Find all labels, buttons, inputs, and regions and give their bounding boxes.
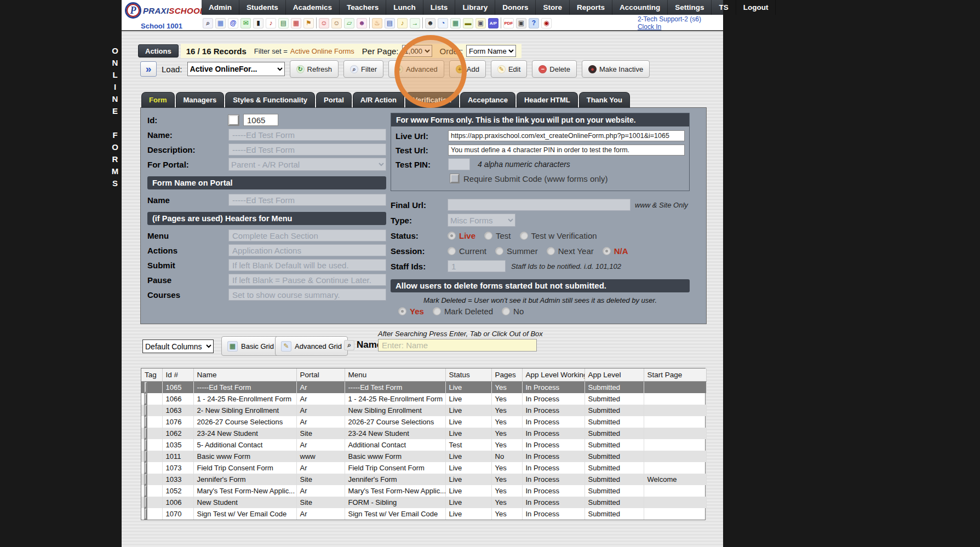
columns-select[interactable]: Default Columns xyxy=(142,339,214,353)
toolbar-divider[interactable] xyxy=(369,18,370,28)
add-icon[interactable]: + Add xyxy=(449,60,486,78)
nav-item[interactable]: Lunch xyxy=(386,0,423,15)
advanced-magnifier-icon[interactable]: ⌕ Advanced xyxy=(388,60,444,78)
submit-input[interactable] xyxy=(228,259,386,271)
column-header[interactable]: App Level xyxy=(584,368,644,382)
name-input[interactable] xyxy=(228,129,386,141)
column-header[interactable]: Start Page xyxy=(644,368,706,382)
test-pin-input[interactable] xyxy=(448,158,470,170)
pdf-icon[interactable]: PDF xyxy=(503,18,514,28)
id-checkbox[interactable] xyxy=(228,115,239,125)
toolbar-divider[interactable] xyxy=(316,18,317,28)
column-header[interactable]: Name xyxy=(193,368,296,382)
radio-button[interactable] xyxy=(547,247,555,255)
calendar-date-icon[interactable]: ▦ xyxy=(291,18,301,28)
notebook-icon[interactable]: ▤ xyxy=(385,18,395,28)
nav-item[interactable]: Academics xyxy=(286,0,340,15)
id-input[interactable] xyxy=(243,114,278,126)
type-select[interactable]: Misc Forms xyxy=(448,214,515,227)
table-row[interactable]: 1063 2- New Sibling Enrollment Ar New Si… xyxy=(141,405,706,416)
order-select[interactable]: Form Name xyxy=(466,45,516,57)
for-portal-select[interactable]: Parent - A/R Portal xyxy=(228,158,386,171)
calendar-grid-icon[interactable]: ▦ xyxy=(215,18,226,28)
row-checkbox[interactable] xyxy=(145,394,147,404)
table-row[interactable]: 1052 Mary's Test Form-New Applic... Ar M… xyxy=(141,485,706,497)
export-icon[interactable]: → xyxy=(410,18,420,28)
column-header[interactable]: Status xyxy=(445,368,491,382)
lunch-icon[interactable]: ♨ xyxy=(372,18,382,28)
column-header[interactable]: App Level Working xyxy=(522,368,584,382)
schedule-icon[interactable]: ▤ xyxy=(278,18,289,28)
radio-button[interactable] xyxy=(448,232,456,240)
horn-icon[interactable]: ♪ xyxy=(397,18,408,28)
tab[interactable]: Portal xyxy=(316,92,352,108)
tab[interactable]: Managers xyxy=(176,92,225,108)
delete-icon[interactable]: − Delete xyxy=(532,60,577,78)
radio-button[interactable] xyxy=(398,307,406,315)
test-url-input[interactable] xyxy=(448,145,685,156)
make-inactive-icon[interactable]: ● Make Inactive xyxy=(582,60,650,78)
menu-input[interactable] xyxy=(228,229,386,241)
table-row[interactable]: 1073 Field Trip Consent Form Ar Field Tr… xyxy=(141,462,706,474)
staff-icon[interactable]: ☻ xyxy=(425,18,435,28)
row-checkbox[interactable] xyxy=(145,486,147,496)
courses-input[interactable] xyxy=(228,289,386,301)
row-checkbox[interactable] xyxy=(145,509,147,519)
email-icon[interactable]: @ xyxy=(228,18,238,28)
nav-item[interactable]: Teachers xyxy=(340,0,386,15)
description-input[interactable] xyxy=(228,143,386,156)
tab[interactable]: Thank You xyxy=(579,92,630,108)
tab[interactable]: Verification xyxy=(405,92,459,108)
load-select[interactable]: Active OnlineFor... xyxy=(187,62,285,76)
clock-in-link[interactable]: Clock In xyxy=(638,23,701,31)
nav-item[interactable]: Donors xyxy=(495,0,536,15)
row-checkbox[interactable] xyxy=(145,463,147,473)
require-submit-code-checkbox[interactable] xyxy=(450,174,459,183)
row-checkbox[interactable] xyxy=(145,428,147,439)
toolbar-divider[interactable] xyxy=(501,18,501,28)
expand-chevrons-button[interactable]: » xyxy=(140,61,157,77)
nav-item[interactable]: TS xyxy=(712,0,736,15)
name-search-input[interactable] xyxy=(378,339,537,352)
column-header[interactable]: Menu xyxy=(345,368,445,382)
toolbar-divider[interactable] xyxy=(422,18,423,28)
row-checkbox[interactable] xyxy=(145,440,147,450)
row-checkbox[interactable] xyxy=(145,451,147,462)
row-checkbox[interactable] xyxy=(145,497,147,508)
basic-grid-button[interactable]: ▦ Basic Grid xyxy=(221,336,280,356)
table-row[interactable]: 1006 New Student Site FORM - Sibling Liv… xyxy=(141,497,706,508)
nav-item[interactable]: Library xyxy=(455,0,495,15)
tab[interactable]: Form xyxy=(141,92,175,108)
megaphone-icon[interactable]: ⚑ xyxy=(303,18,314,28)
table-row[interactable]: 1070 Sign Test w/ Ver Email Code Ar Sign… xyxy=(141,508,706,520)
row-checkbox[interactable] xyxy=(145,405,147,416)
table-row[interactable]: 1033 Jennifer's Form Site Jennifer's For… xyxy=(141,474,706,485)
column-header[interactable]: Id # xyxy=(162,368,193,382)
add-person-icon[interactable]: ☺ xyxy=(319,18,329,28)
table-row[interactable]: 1065 -----Ed Test Form Ar -----Ed Test F… xyxy=(141,382,706,394)
help-icon[interactable]: ? xyxy=(529,18,539,28)
radio-button[interactable] xyxy=(495,247,503,255)
portal-name-input[interactable] xyxy=(228,194,386,206)
table-row[interactable]: 1076 2026-27 Course Selections Ar 2026-2… xyxy=(141,416,706,428)
staff-ids-input[interactable] xyxy=(448,260,506,272)
tab[interactable]: Acceptance xyxy=(460,92,515,108)
tab[interactable]: Header HTML xyxy=(517,92,578,108)
sms-icon[interactable]: ✉ xyxy=(240,18,251,28)
tab[interactable]: Styles & Functionality xyxy=(225,92,315,108)
print-card-icon[interactable]: ▣ xyxy=(475,18,486,28)
nav-item[interactable]: Accounting xyxy=(612,0,668,15)
radio-button[interactable] xyxy=(520,232,528,240)
nav-item[interactable]: Admin xyxy=(202,0,239,15)
spreadsheet-icon[interactable]: ▦ xyxy=(450,18,461,28)
print-icon[interactable]: ▣ xyxy=(516,18,526,28)
per-page-select[interactable]: 1,000 xyxy=(402,45,432,57)
clock-icon[interactable]: ◔ xyxy=(438,18,448,28)
search-icon[interactable]: ⌕ xyxy=(203,18,213,28)
radio-button[interactable] xyxy=(484,232,492,240)
radio-button[interactable] xyxy=(448,247,456,255)
nav-item[interactable]: Lists xyxy=(423,0,456,15)
nav-item[interactable]: Reports xyxy=(570,0,612,15)
radio-button[interactable] xyxy=(502,307,510,315)
phone-icon[interactable]: ▮ xyxy=(253,18,263,28)
